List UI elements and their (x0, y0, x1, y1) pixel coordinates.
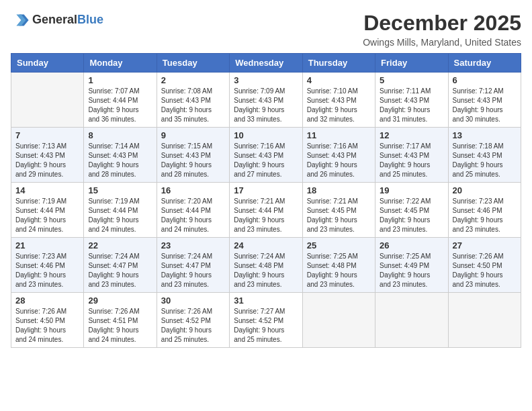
calendar-cell: 27Sunrise: 7:26 AM Sunset: 4:50 PM Dayli… (448, 238, 521, 293)
day-number: 4 (307, 75, 371, 85)
calendar-cell: 26Sunrise: 7:25 AM Sunset: 4:49 PM Dayli… (375, 238, 448, 293)
day-info: Sunrise: 7:14 AM Sunset: 4:43 PM Dayligh… (88, 142, 152, 179)
day-info: Sunrise: 7:10 AM Sunset: 4:43 PM Dayligh… (307, 87, 371, 124)
day-number: 12 (380, 130, 443, 140)
calendar-week-row: 14Sunrise: 7:19 AM Sunset: 4:44 PM Dayli… (11, 183, 521, 238)
calendar-cell (448, 293, 521, 348)
calendar-cell: 5Sunrise: 7:11 AM Sunset: 4:43 PM Daylig… (375, 73, 448, 128)
day-number: 14 (15, 185, 79, 195)
day-info: Sunrise: 7:23 AM Sunset: 4:46 PM Dayligh… (15, 252, 79, 289)
calendar-cell (375, 293, 448, 348)
day-info: Sunrise: 7:19 AM Sunset: 4:44 PM Dayligh… (15, 197, 79, 234)
calendar-cell: 8Sunrise: 7:14 AM Sunset: 4:43 PM Daylig… (84, 128, 157, 183)
day-number: 27 (453, 240, 517, 250)
calendar-cell: 18Sunrise: 7:21 AM Sunset: 4:45 PM Dayli… (302, 183, 375, 238)
day-number: 29 (88, 295, 152, 306)
calendar-cell: 4Sunrise: 7:10 AM Sunset: 4:43 PM Daylig… (302, 73, 375, 128)
day-info: Sunrise: 7:08 AM Sunset: 4:43 PM Dayligh… (161, 87, 225, 124)
day-number: 7 (15, 130, 79, 140)
calendar-cell: 20Sunrise: 7:23 AM Sunset: 4:46 PM Dayli… (448, 183, 521, 238)
calendar-cell: 2Sunrise: 7:08 AM Sunset: 4:43 PM Daylig… (157, 73, 229, 128)
day-info: Sunrise: 7:24 AM Sunset: 4:48 PM Dayligh… (234, 252, 298, 289)
calendar-cell: 6Sunrise: 7:12 AM Sunset: 4:43 PM Daylig… (448, 73, 521, 128)
day-info: Sunrise: 7:16 AM Sunset: 4:43 PM Dayligh… (307, 142, 371, 179)
day-number: 30 (161, 295, 225, 306)
day-info: Sunrise: 7:24 AM Sunset: 4:47 PM Dayligh… (161, 252, 225, 289)
calendar-header-row: SundayMondayTuesdayWednesdayThursdayFrid… (11, 54, 521, 73)
day-number: 22 (88, 240, 152, 250)
day-info: Sunrise: 7:26 AM Sunset: 4:50 PM Dayligh… (453, 252, 517, 289)
day-number: 11 (307, 130, 371, 140)
month-title: December 2025 (363, 11, 521, 36)
day-number: 26 (380, 240, 443, 250)
calendar-cell: 19Sunrise: 7:22 AM Sunset: 4:45 PM Dayli… (375, 183, 448, 238)
location-title: Owings Mills, Maryland, United States (363, 37, 521, 48)
day-number: 3 (234, 75, 298, 85)
day-number: 1 (88, 75, 152, 85)
calendar-header-sunday: Sunday (11, 54, 84, 73)
day-info: Sunrise: 7:20 AM Sunset: 4:44 PM Dayligh… (161, 197, 225, 234)
day-info: Sunrise: 7:16 AM Sunset: 4:43 PM Dayligh… (234, 142, 298, 179)
day-number: 2 (161, 75, 225, 85)
calendar-cell: 14Sunrise: 7:19 AM Sunset: 4:44 PM Dayli… (11, 183, 84, 238)
day-info: Sunrise: 7:25 AM Sunset: 4:49 PM Dayligh… (380, 252, 443, 289)
page-header: GeneralBlue December 2025 Owings Mills, … (11, 11, 521, 48)
calendar-cell: 17Sunrise: 7:21 AM Sunset: 4:44 PM Dayli… (230, 183, 302, 238)
day-info: Sunrise: 7:21 AM Sunset: 4:45 PM Dayligh… (307, 197, 371, 234)
calendar-cell: 9Sunrise: 7:15 AM Sunset: 4:43 PM Daylig… (157, 128, 229, 183)
calendar-cell: 16Sunrise: 7:20 AM Sunset: 4:44 PM Dayli… (157, 183, 229, 238)
day-number: 31 (234, 295, 298, 306)
day-info: Sunrise: 7:24 AM Sunset: 4:47 PM Dayligh… (88, 252, 152, 289)
day-number: 15 (88, 185, 152, 195)
calendar-cell: 29Sunrise: 7:26 AM Sunset: 4:51 PM Dayli… (84, 293, 157, 348)
day-number: 8 (88, 130, 152, 140)
day-info: Sunrise: 7:15 AM Sunset: 4:43 PM Dayligh… (161, 142, 225, 179)
calendar-header-tuesday: Tuesday (157, 54, 229, 73)
calendar-cell: 7Sunrise: 7:13 AM Sunset: 4:43 PM Daylig… (11, 128, 84, 183)
day-info: Sunrise: 7:07 AM Sunset: 4:44 PM Dayligh… (88, 87, 152, 124)
day-number: 19 (380, 185, 443, 195)
calendar-cell: 3Sunrise: 7:09 AM Sunset: 4:43 PM Daylig… (230, 73, 302, 128)
calendar-cell: 13Sunrise: 7:18 AM Sunset: 4:43 PM Dayli… (448, 128, 521, 183)
day-info: Sunrise: 7:22 AM Sunset: 4:45 PM Dayligh… (380, 197, 443, 234)
day-number: 25 (307, 240, 371, 250)
calendar-cell (11, 73, 84, 128)
calendar-header-monday: Monday (84, 54, 157, 73)
day-info: Sunrise: 7:19 AM Sunset: 4:44 PM Dayligh… (88, 197, 152, 234)
calendar-cell: 10Sunrise: 7:16 AM Sunset: 4:43 PM Dayli… (230, 128, 302, 183)
calendar-cell: 22Sunrise: 7:24 AM Sunset: 4:47 PM Dayli… (84, 238, 157, 293)
calendar-week-row: 7Sunrise: 7:13 AM Sunset: 4:43 PM Daylig… (11, 128, 521, 183)
calendar-cell: 31Sunrise: 7:27 AM Sunset: 4:52 PM Dayli… (230, 293, 302, 348)
calendar-cell (302, 293, 375, 348)
day-info: Sunrise: 7:18 AM Sunset: 4:43 PM Dayligh… (453, 142, 517, 179)
day-info: Sunrise: 7:13 AM Sunset: 4:43 PM Dayligh… (15, 142, 79, 179)
day-number: 16 (161, 185, 225, 195)
day-info: Sunrise: 7:17 AM Sunset: 4:43 PM Dayligh… (380, 142, 443, 179)
calendar-header-wednesday: Wednesday (230, 54, 302, 73)
day-number: 9 (161, 130, 225, 140)
calendar-cell: 28Sunrise: 7:26 AM Sunset: 4:50 PM Dayli… (11, 293, 84, 348)
calendar-cell: 21Sunrise: 7:23 AM Sunset: 4:46 PM Dayli… (11, 238, 84, 293)
calendar-cell: 25Sunrise: 7:25 AM Sunset: 4:48 PM Dayli… (302, 238, 375, 293)
calendar-cell: 11Sunrise: 7:16 AM Sunset: 4:43 PM Dayli… (302, 128, 375, 183)
day-number: 17 (234, 185, 298, 195)
logo: GeneralBlue (11, 11, 103, 30)
day-info: Sunrise: 7:27 AM Sunset: 4:52 PM Dayligh… (234, 307, 298, 345)
calendar-week-row: 28Sunrise: 7:26 AM Sunset: 4:50 PM Dayli… (11, 293, 521, 348)
day-info: Sunrise: 7:26 AM Sunset: 4:52 PM Dayligh… (161, 307, 225, 345)
day-number: 20 (453, 185, 517, 195)
day-info: Sunrise: 7:21 AM Sunset: 4:44 PM Dayligh… (234, 197, 298, 234)
day-number: 13 (453, 130, 517, 140)
calendar-cell: 1Sunrise: 7:07 AM Sunset: 4:44 PM Daylig… (84, 73, 157, 128)
day-number: 18 (307, 185, 371, 195)
day-number: 24 (234, 240, 298, 250)
calendar-header-thursday: Thursday (302, 54, 375, 73)
day-info: Sunrise: 7:26 AM Sunset: 4:51 PM Dayligh… (88, 307, 152, 345)
day-number: 28 (15, 295, 79, 306)
logo-general-text: GeneralBlue (32, 13, 103, 27)
calendar-header-friday: Friday (375, 54, 448, 73)
title-block: December 2025 Owings Mills, Maryland, Un… (363, 11, 521, 48)
day-info: Sunrise: 7:23 AM Sunset: 4:46 PM Dayligh… (453, 197, 517, 234)
day-info: Sunrise: 7:26 AM Sunset: 4:50 PM Dayligh… (15, 307, 79, 345)
day-info: Sunrise: 7:12 AM Sunset: 4:43 PM Dayligh… (453, 87, 517, 124)
